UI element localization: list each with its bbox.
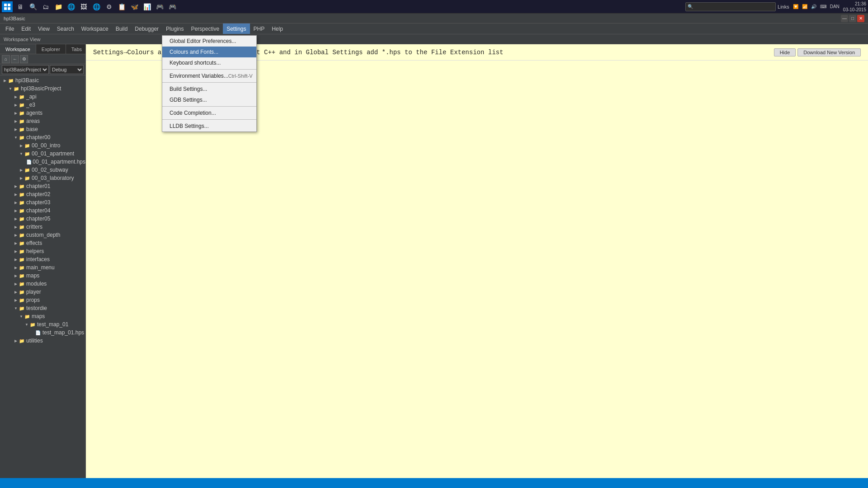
tree-label: chapter03 <box>26 199 50 206</box>
menu-build[interactable]: Build <box>112 23 132 34</box>
menu-settings[interactable]: Settings <box>223 23 250 34</box>
dd-item-build-settings[interactable]: Build Settings... <box>162 84 256 94</box>
tree-arrow: ▶ <box>13 201 19 205</box>
tree-item-chapter03[interactable]: ▶ 📁 chapter03 <box>0 198 85 206</box>
dd-item-colours-fonts[interactable]: Colours and Fonts... <box>162 47 256 57</box>
taskbar-icon-steam[interactable]: 🎮 <box>166 1 178 13</box>
start-button[interactable] <box>2 1 13 12</box>
menu-file[interactable]: File <box>2 23 18 34</box>
main-layout: Workspace Explorer Tabs ⌂ ← ⚙ hpl3BasicP… <box>0 44 868 478</box>
tree-item-areas[interactable]: ▶ 📁 areas <box>0 117 85 125</box>
menu-search[interactable]: Search <box>53 23 78 34</box>
tree-arrow: ▶ <box>13 209 19 213</box>
tree-arrow: ▼ <box>7 87 14 91</box>
tree-item-utilities[interactable]: ▶ 📁 utilities <box>0 337 85 345</box>
dd-item-global-prefs[interactable]: Global Editor Preferences... <box>162 36 256 47</box>
dd-item-keyboard-shortcuts[interactable]: Keyboard shortcuts... <box>162 57 256 68</box>
tree-label: maps <box>26 272 39 279</box>
sidebar: Workspace Explorer Tabs ⌂ ← ⚙ hpl3BasicP… <box>0 44 86 478</box>
tree-item-helpers[interactable]: ▶ 📁 helpers <box>0 247 85 255</box>
tree-item-chapter00[interactable]: ▼ 📁 chapter00 <box>0 133 85 141</box>
sidebar-tab-workspace[interactable]: Workspace <box>0 44 36 54</box>
dd-item-lldb-settings[interactable]: LLDB Settings... <box>162 121 256 131</box>
tree-item-chapter04[interactable]: ▶ 📁 chapter04 <box>0 206 85 215</box>
tree-item-api[interactable]: ▶ 📁 _api <box>0 93 85 101</box>
tree-item-main-menu[interactable]: ▶ 📁 main_menu <box>0 263 85 272</box>
sidebar-tab-explorer[interactable]: Explorer <box>36 44 66 54</box>
tree-item-base[interactable]: ▶ 📁 base <box>0 125 85 133</box>
hide-button[interactable]: Hide <box>774 48 796 56</box>
tree-item-apartment-hps[interactable]: 📄 00_01_apartment.hps <box>0 158 85 166</box>
tree-item-intro[interactable]: ▶ 📁 00_00_intro <box>0 141 85 150</box>
project-select[interactable]: hpl3BasicProject <box>2 65 49 74</box>
tree-item-critters[interactable]: ▶ 📁 critters <box>0 223 85 231</box>
tree-arrow: ▶ <box>13 127 19 131</box>
tree-item-player[interactable]: ▶ 📁 player <box>0 288 85 296</box>
taskbar-icon-search[interactable]: 🔍 <box>27 1 39 13</box>
tree-item-chapter05[interactable]: ▶ 📁 chapter05 <box>0 215 85 223</box>
config-select[interactable]: Debug <box>50 65 84 74</box>
dd-item-label: Global Editor Preferences... <box>170 38 236 44</box>
menu-perspective[interactable]: Perspective <box>187 23 223 34</box>
tree-item-interfaces[interactable]: ▶ 📁 interfaces <box>0 255 85 263</box>
download-new-version-button[interactable]: Download New Version <box>797 48 861 56</box>
taskbar-icon-ie[interactable]: 🌐 <box>90 1 102 13</box>
tree-item-laboratory[interactable]: ▶ 📁 00_03_laboratory <box>0 174 85 182</box>
tree-item-subway[interactable]: ▶ 📁 00_02_subway <box>0 166 85 174</box>
tree-item-chapter01[interactable]: ▶ 📁 chapter01 <box>0 182 85 190</box>
taskbar-icon-app2[interactable]: 📋 <box>116 1 127 13</box>
dd-item-env-variables[interactable]: Environment Variables... Ctrl-Shift-V <box>162 70 256 81</box>
menu-edit[interactable]: Edit <box>18 23 34 34</box>
taskbar-icon-app5[interactable]: 🎮 <box>154 1 165 13</box>
tree-item-e3[interactable]: ▶ 📁 _e3 <box>0 101 85 109</box>
workspace-view-label: Workspace View <box>4 37 41 42</box>
taskbar-icon-app1[interactable]: ⚙ <box>103 1 115 13</box>
tree-arrow: ▶ <box>13 298 19 302</box>
tree-item-test-map-hps[interactable]: 📄 test_map_01.hps <box>0 328 85 337</box>
tree-label: base <box>26 126 38 132</box>
menu-debugger[interactable]: Debugger <box>131 23 162 34</box>
tree-label: 00_03_laboratory <box>32 175 74 181</box>
tree-item-testordie-maps[interactable]: ▼ 📁 maps <box>0 312 85 320</box>
tree-label: _e3 <box>26 102 35 108</box>
tree-item-chapter02[interactable]: ▶ 📁 chapter02 <box>0 190 85 198</box>
tree-item-apartment[interactable]: ▼ 📁 00_01_apartment <box>0 150 85 158</box>
taskbar-icon-app4[interactable]: 📊 <box>141 1 153 13</box>
dd-separator-3 <box>162 106 256 107</box>
taskbar-icon-app3[interactable]: 🦋 <box>128 1 140 13</box>
taskbar-icon-explorer[interactable]: 🖥 <box>14 1 26 13</box>
tree-item-hpl3basicproject[interactable]: ▼ 📁 hpl3BasicProject <box>0 84 85 93</box>
taskbar-icon-chrome[interactable]: 🌐 <box>65 1 77 13</box>
toolbar-btn-settings[interactable]: ⚙ <box>20 55 28 63</box>
tree-item-props[interactable]: ▶ 📁 props <box>0 296 85 304</box>
taskbar-icon-folder[interactable]: 📁 <box>52 1 64 13</box>
tree-label: props <box>26 297 40 303</box>
menu-plugins[interactable]: Plugins <box>162 23 187 34</box>
dd-item-gdb-settings[interactable]: GDB Settings... <box>162 94 256 105</box>
file-icon: 📄 <box>26 160 32 164</box>
toolbar-btn-home[interactable]: ⌂ <box>2 55 10 63</box>
dd-separator <box>162 69 256 70</box>
tree-item-custom-depth[interactable]: ▶ 📁 custom_depth <box>0 231 85 239</box>
menu-view[interactable]: View <box>34 23 53 34</box>
dd-item-code-completion[interactable]: Code Completion... <box>162 108 256 118</box>
tree-item-testordie[interactable]: ▼ 📁 testordie <box>0 304 85 312</box>
folder-icon: 📁 <box>30 322 36 327</box>
tree-item-test-map-01[interactable]: ▼ 📁 test_map_01 <box>0 320 85 328</box>
tree-item-maps[interactable]: ▶ 📁 maps <box>0 272 85 280</box>
toolbar-btn-back[interactable]: ← <box>11 55 19 63</box>
tree-item-effects[interactable]: ▶ 📁 effects <box>0 239 85 247</box>
minimize-button[interactable]: — <box>841 15 848 22</box>
menu-workspace[interactable]: Workspace <box>78 23 112 34</box>
sidebar-tab-tabs[interactable]: Tabs <box>66 44 88 54</box>
maximize-button[interactable]: □ <box>849 15 856 22</box>
taskbar-icon-task[interactable]: 🗂 <box>40 1 52 13</box>
tree-item-modules[interactable]: ▶ 📁 modules <box>0 280 85 288</box>
menu-help[interactable]: Help <box>268 23 287 34</box>
menu-php[interactable]: PHP <box>250 23 269 34</box>
tree-item-agents[interactable]: ▶ 📁 agents <box>0 109 85 117</box>
tree-arrow: ▶ <box>13 266 19 270</box>
tree-item-hpl3basic[interactable]: ▶ 📁 hpl3Basic <box>0 76 85 84</box>
close-button[interactable]: ✕ <box>857 15 864 22</box>
taskbar-icon-photo[interactable]: 🖼 <box>78 1 90 13</box>
